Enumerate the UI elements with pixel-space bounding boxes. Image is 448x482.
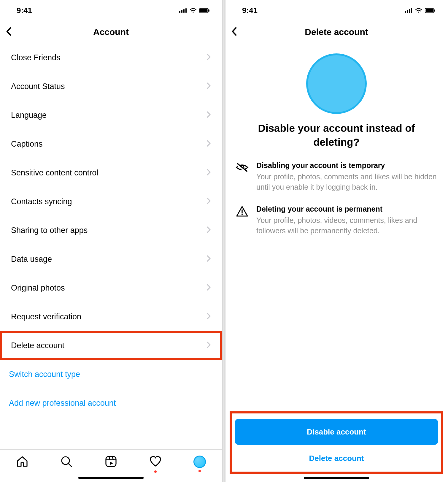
tab-reels[interactable] (102, 456, 120, 469)
link-label: Add new professional account (9, 399, 116, 408)
delete-account-button[interactable]: Delete account (235, 448, 438, 469)
notification-dot (198, 470, 201, 472)
chevron-left-icon (231, 27, 238, 37)
home-icon (16, 456, 28, 469)
settings-row-close-friends[interactable]: Close Friends (0, 43, 222, 72)
settings-row-sharing-apps[interactable]: Sharing to other apps (0, 216, 222, 245)
page-title: Account (0, 27, 222, 37)
tab-home[interactable] (13, 456, 31, 469)
chevron-right-icon (206, 82, 211, 91)
chevron-right-icon (206, 53, 211, 62)
headline: Disable your account instead of deleting… (236, 121, 437, 149)
row-label: Contacts syncing (11, 197, 72, 206)
info-desc: Your profile, photos, videos, comments, … (256, 215, 437, 236)
settings-row-account-status[interactable]: Account Status (0, 72, 222, 101)
info-desc: Your profile, photos, comments and likes… (256, 172, 437, 192)
tab-activity[interactable] (147, 456, 164, 469)
chevron-right-icon (206, 226, 211, 235)
back-button[interactable] (225, 21, 243, 43)
info-block-delete: Deleting your account is permanent Your … (236, 205, 437, 236)
info-title: Disabling your account is temporary (256, 161, 437, 170)
link-label: Switch account type (9, 370, 80, 379)
status-time: 9:41 (17, 6, 32, 15)
row-label: Delete account (11, 341, 64, 350)
settings-row-original-photos[interactable]: Original photos (0, 274, 222, 302)
chevron-left-icon (6, 27, 12, 37)
cell-signal-icon (405, 8, 412, 13)
home-indicator (78, 477, 144, 479)
battery-icon (199, 8, 210, 13)
info-text: Deleting your account is permanent Your … (256, 205, 437, 236)
wifi-icon (415, 8, 422, 13)
delete-account-screen: 9:41 Delete account Disable your account… (225, 0, 447, 482)
row-label: Sensitive content control (11, 168, 98, 177)
settings-row-request-verification[interactable]: Request verification (0, 302, 222, 331)
reels-icon (105, 456, 117, 469)
status-bar: 9:41 (0, 0, 222, 21)
settings-list: Close Friends Account Status Language Ca… (0, 43, 222, 418)
row-label: Close Friends (11, 53, 61, 62)
account-settings-screen: 9:41 Account Close Friends Account Statu… (0, 0, 222, 482)
row-label: Original photos (11, 283, 65, 293)
settings-row-sensitive-content[interactable]: Sensitive content control (0, 158, 222, 187)
status-icons (405, 8, 436, 13)
home-indicator (304, 477, 369, 479)
illustration-circle (306, 53, 367, 114)
info-block-disable: Disabling your account is temporary Your… (236, 161, 437, 192)
settings-row-contacts-syncing[interactable]: Contacts syncing (0, 187, 222, 216)
link-add-professional-account[interactable]: Add new professional account (0, 389, 222, 418)
tab-profile[interactable] (191, 456, 209, 468)
settings-row-data-usage[interactable]: Data usage (0, 245, 222, 274)
settings-row-delete-account[interactable]: Delete account (0, 331, 222, 360)
chevron-right-icon (206, 139, 211, 149)
delete-content: Disable your account instead of deleting… (225, 43, 447, 236)
status-icons (179, 8, 210, 13)
cell-signal-icon (179, 8, 187, 13)
status-bar: 9:41 (225, 0, 447, 21)
chevron-right-icon (206, 283, 211, 293)
settings-row-captions[interactable]: Captions (0, 130, 222, 158)
row-label: Language (11, 111, 47, 120)
page-title: Delete account (225, 27, 447, 37)
screen-header: Delete account (225, 21, 447, 43)
search-icon (61, 456, 72, 469)
row-label: Account Status (11, 82, 65, 91)
chevron-right-icon (206, 111, 211, 120)
disable-account-button[interactable]: Disable account (235, 419, 438, 445)
chevron-right-icon (206, 312, 211, 321)
heart-icon (150, 456, 161, 469)
warning-icon (236, 205, 249, 236)
link-switch-account-type[interactable]: Switch account type (0, 360, 222, 389)
info-text: Disabling your account is temporary Your… (256, 161, 437, 192)
chevron-right-icon (206, 341, 211, 350)
chevron-right-icon (206, 168, 211, 177)
wifi-icon (190, 8, 196, 13)
eye-off-icon (236, 161, 249, 192)
row-label: Data usage (11, 255, 52, 264)
screen-header: Account (0, 21, 222, 43)
settings-row-language[interactable]: Language (0, 101, 222, 130)
row-label: Sharing to other apps (11, 226, 88, 235)
back-button[interactable] (0, 21, 18, 43)
tab-search[interactable] (58, 456, 75, 469)
screenshot-divider (222, 0, 225, 482)
status-time: 9:41 (242, 6, 258, 15)
avatar-icon (193, 456, 206, 468)
battery-icon (425, 8, 436, 13)
screenshot-pair: 9:41 Account Close Friends Account Statu… (0, 0, 448, 482)
row-label: Captions (11, 139, 43, 149)
info-title: Deleting your account is permanent (256, 205, 437, 213)
chevron-right-icon (206, 197, 211, 206)
row-label: Request verification (11, 312, 81, 321)
notification-dot (154, 470, 157, 473)
bottom-actions: Disable account Delete account (230, 411, 443, 474)
chevron-right-icon (206, 255, 211, 264)
